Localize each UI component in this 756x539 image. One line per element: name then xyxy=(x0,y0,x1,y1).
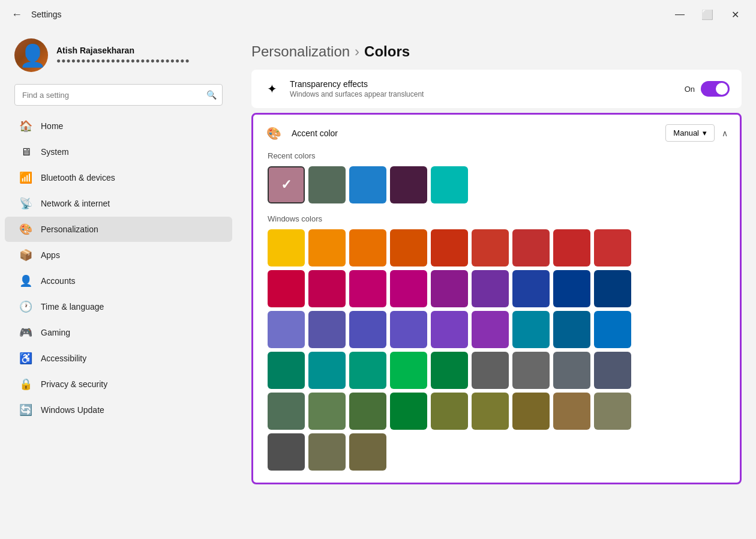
avatar[interactable] xyxy=(14,38,48,72)
windows-color-43[interactable] xyxy=(553,393,590,430)
windows-color-6[interactable] xyxy=(512,229,550,266)
sidebar-item-system[interactable]: 🖥 System xyxy=(5,139,232,164)
nav-icon-network: 📡 xyxy=(19,197,32,210)
windows-color-4[interactable] xyxy=(431,229,468,266)
recent-color-0[interactable] xyxy=(268,166,305,203)
transparency-state: On xyxy=(685,85,695,94)
transparency-card: ✦ Transparency effects Windows and surfa… xyxy=(251,70,742,108)
windows-color-35[interactable] xyxy=(594,352,631,389)
windows-color-26[interactable] xyxy=(594,311,631,348)
windows-color-9[interactable] xyxy=(268,270,305,307)
nav-icon-bluetooth: 📶 xyxy=(19,171,32,184)
windows-color-31[interactable] xyxy=(431,352,468,389)
nav-icon-privacy: 🔒 xyxy=(19,378,32,391)
toggle-thumb xyxy=(716,83,728,95)
windows-color-27[interactable] xyxy=(268,352,305,389)
windows-color-14[interactable] xyxy=(472,270,509,307)
windows-color-24[interactable] xyxy=(512,311,550,348)
windows-color-40[interactable] xyxy=(431,393,468,430)
windows-color-38[interactable] xyxy=(349,393,386,430)
sidebar-item-privacy[interactable]: 🔒 Privacy & security xyxy=(5,372,232,397)
sidebar-item-bluetooth[interactable]: 📶 Bluetooth & devices xyxy=(5,165,232,190)
windows-color-21[interactable] xyxy=(390,311,427,348)
windows-color-3[interactable] xyxy=(390,229,427,266)
chevron-up-icon[interactable]: ∧ xyxy=(722,128,728,138)
accent-color-panel: 🎨 Accent color Manual ▾ ∧ Recent colors … xyxy=(251,113,742,484)
windows-color-11[interactable] xyxy=(349,270,386,307)
recent-color-2[interactable] xyxy=(349,166,386,203)
nav-label-accessibility: Accessibility xyxy=(41,354,86,363)
user-name: Atish Rajasekharan xyxy=(56,46,223,55)
windows-color-18[interactable] xyxy=(268,311,305,348)
search-input[interactable] xyxy=(14,84,223,106)
breadcrumb-parent[interactable]: Personalization xyxy=(251,43,350,60)
sidebar-item-gaming[interactable]: 🎮 Gaming xyxy=(5,320,232,345)
search-icon: 🔍 xyxy=(206,90,217,100)
nav-label-apps: Apps xyxy=(41,250,60,260)
windows-color-7[interactable] xyxy=(553,229,590,266)
sidebar-item-personalization[interactable]: 🎨 Personalization xyxy=(5,217,232,242)
windows-color-45[interactable] xyxy=(268,433,305,471)
transparency-subtitle: Windows and surfaces appear translucent xyxy=(290,90,675,98)
recent-color-1[interactable] xyxy=(308,166,346,203)
windows-color-46[interactable] xyxy=(308,433,346,471)
windows-color-20[interactable] xyxy=(349,311,386,348)
nav-label-home: Home xyxy=(41,121,63,131)
maximize-button[interactable]: ⬜ xyxy=(694,5,721,24)
search-box: 🔍 xyxy=(14,84,223,106)
windows-color-16[interactable] xyxy=(553,270,590,307)
recent-color-3[interactable] xyxy=(390,166,427,203)
windows-color-22[interactable] xyxy=(431,311,468,348)
windows-color-0[interactable] xyxy=(268,229,305,266)
windows-color-23[interactable] xyxy=(472,311,509,348)
windows-color-2[interactable] xyxy=(349,229,386,266)
windows-color-36[interactable] xyxy=(268,393,305,430)
windows-color-47[interactable] xyxy=(349,433,386,471)
content-area: Personalization › Colors ✦ Transparency … xyxy=(237,29,756,539)
windows-color-42[interactable] xyxy=(512,393,550,430)
minimize-button[interactable]: — xyxy=(666,5,694,24)
recent-color-4[interactable] xyxy=(431,166,468,203)
windows-color-37[interactable] xyxy=(308,393,346,430)
back-icon: ← xyxy=(11,8,22,21)
windows-color-10[interactable] xyxy=(308,270,346,307)
windows-color-39[interactable] xyxy=(390,393,427,430)
windows-color-15[interactable] xyxy=(512,270,550,307)
windows-color-25[interactable] xyxy=(553,311,590,348)
sidebar-item-apps[interactable]: 📦 Apps xyxy=(5,242,232,268)
chevron-down-icon: ▾ xyxy=(703,128,707,137)
accent-mode-dropdown[interactable]: Manual ▾ xyxy=(665,124,715,142)
sidebar-item-network[interactable]: 📡 Network & internet xyxy=(5,191,232,216)
nav-icon-accessibility: ♿ xyxy=(19,352,32,365)
nav-label-accounts: Accounts xyxy=(41,276,76,286)
windows-color-13[interactable] xyxy=(431,270,468,307)
sidebar-item-accessibility[interactable]: ♿ Accessibility xyxy=(5,346,232,371)
nav-icon-apps: 📦 xyxy=(19,248,32,262)
sidebar-item-time[interactable]: 🕐 Time & language xyxy=(5,294,232,319)
windows-color-33[interactable] xyxy=(512,352,550,389)
windows-color-44[interactable] xyxy=(594,393,631,430)
windows-color-19[interactable] xyxy=(308,311,346,348)
windows-color-32[interactable] xyxy=(472,352,509,389)
windows-color-1[interactable] xyxy=(308,229,346,266)
sidebar-item-accounts[interactable]: 👤 Accounts xyxy=(5,268,232,294)
nav-icon-time: 🕐 xyxy=(19,300,32,313)
nav-label-network: Network & internet xyxy=(41,199,110,208)
sidebar-item-update[interactable]: 🔄 Windows Update xyxy=(5,397,232,423)
windows-color-30[interactable] xyxy=(390,352,427,389)
windows-color-29[interactable] xyxy=(349,352,386,389)
windows-colors-grid xyxy=(268,229,725,471)
transparency-toggle[interactable] xyxy=(701,81,730,97)
close-button[interactable]: ✕ xyxy=(721,5,749,24)
windows-color-12[interactable] xyxy=(390,270,427,307)
windows-color-34[interactable] xyxy=(553,352,590,389)
sidebar-item-home[interactable]: 🏠 Home xyxy=(5,113,232,139)
transparency-icon: ✦ xyxy=(263,82,280,96)
windows-color-5[interactable] xyxy=(472,229,509,266)
windows-color-41[interactable] xyxy=(472,393,509,430)
nav-label-privacy: Privacy & security xyxy=(41,379,107,389)
windows-color-28[interactable] xyxy=(308,352,346,389)
back-button[interactable]: ← xyxy=(7,5,26,24)
windows-color-17[interactable] xyxy=(594,270,631,307)
windows-color-8[interactable] xyxy=(594,229,631,266)
